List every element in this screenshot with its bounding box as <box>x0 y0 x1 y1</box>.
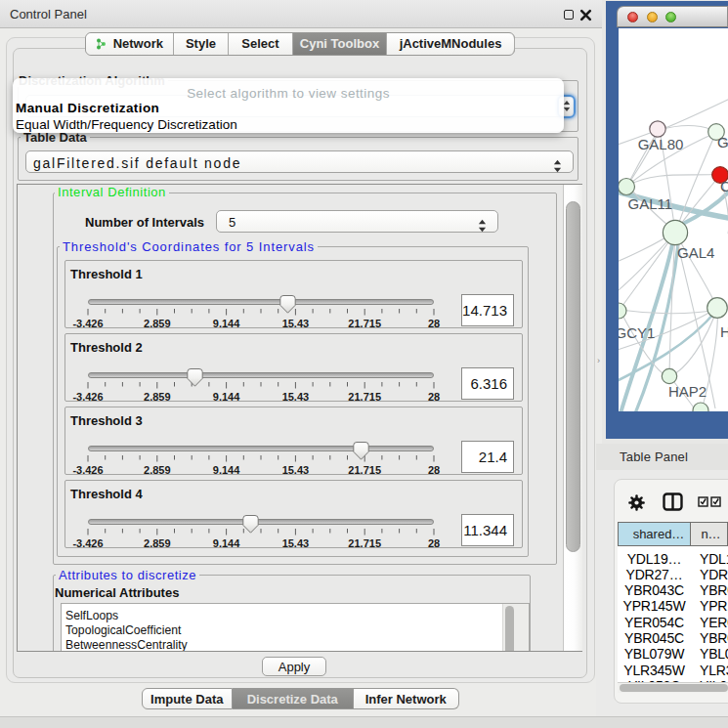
svg-text:HAP2: HAP2 <box>668 383 707 400</box>
svg-text:C: C <box>720 178 728 194</box>
svg-text:GAL80: GAL80 <box>638 136 684 152</box>
svg-text:GAL4: GAL4 <box>677 244 714 261</box>
svg-text:GA: GA <box>717 134 728 150</box>
svg-text:GCY1: GCY1 <box>619 324 655 341</box>
svg-text:H: H <box>720 323 728 340</box>
svg-text:GAL11: GAL11 <box>628 195 673 212</box>
